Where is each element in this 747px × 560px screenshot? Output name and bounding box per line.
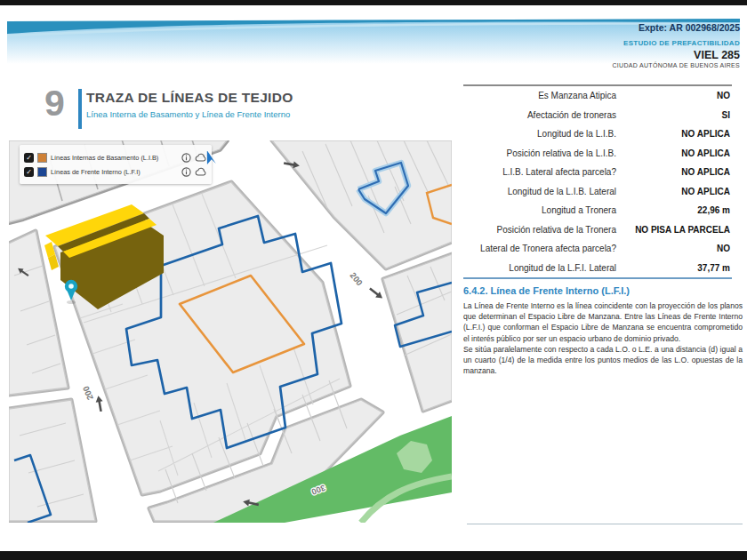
row-value: NO PISA LA PARCELA (616, 225, 732, 235)
map-cursor-icon (204, 151, 218, 171)
table-row: Es Manzana Atipica NO (463, 86, 732, 106)
page-title: TRAZA DE LÍNEAS DE TEJIDO (86, 90, 293, 106)
row-label: Longitud de la L.I.B. Lateral (463, 187, 616, 196)
row-label: Es Manzana Atipica (463, 91, 616, 100)
table-row: L.I.B. Lateral afecta parcela? NO APLICA (463, 163, 732, 182)
row-label: L.I.B. Lateral afecta parcela? (463, 167, 616, 177)
top-letterbox-bar (0, 0, 747, 5)
title-divider-bar (78, 89, 82, 129)
row-label: Longitud de la L.I.B. (463, 129, 616, 139)
legend-item-lib: ✓ Líneas Internas de Basamento (L.I.B) (24, 150, 207, 164)
report-page: Expte: AR 002968/2025 ESTUDIO DE PREFACT… (0, 0, 747, 560)
table-row: Longitud a Tronera 22,96 m (463, 201, 732, 220)
row-label: Longitud de la L.F.I. Lateral (463, 263, 616, 273)
project-name: VIEL 285 (694, 49, 740, 61)
legend-label-lib: Líneas Internas de Basamento (L.I.B) (51, 154, 178, 162)
info-icon[interactable] (181, 167, 191, 177)
street-label-200-right: 200 (349, 270, 365, 287)
row-label: Longitud a Tronera (463, 205, 616, 215)
footer-rule (467, 524, 743, 524)
row-value: NO (616, 244, 732, 253)
row-value: 22,96 m (616, 205, 732, 215)
map-canvas: 200 200 300 (9, 140, 452, 523)
subsection-paragraph-2: Se sitúa paralelamente con respecto a ca… (463, 344, 743, 377)
section-number: 9 (44, 85, 65, 122)
row-value: NO APLICA (616, 129, 732, 139)
row-value: NO APLICA (616, 167, 732, 177)
expediente-number: Expte: AR 002968/2025 (639, 22, 740, 33)
parameters-table: Es Manzana Atipica NO Afectación de tron… (463, 84, 732, 279)
row-value: NO (616, 91, 732, 100)
lib-color-swatch (37, 153, 47, 163)
table-row: Longitud de la L.F.I. Lateral 37,77 m (463, 259, 732, 278)
table-row: Posición relativa de la Tronera NO PISA … (463, 220, 732, 240)
row-label: Posición relativa de la L.I.B. (463, 148, 616, 158)
bottom-letterbox-bar (0, 551, 747, 560)
legend-label-lfi: Líneas de Frente Interno (L.F.I) (51, 168, 178, 176)
table-row: Lateral de Tronera afecta parcela? NO (463, 239, 732, 259)
subsection-heading: 6.4.2. Línea de Frente Interno (L.F.I.) (463, 285, 744, 296)
row-label: Afectación de troneras (463, 110, 616, 120)
page-subtitle: Línea Interna de Basamento y Línea de Fr… (86, 109, 290, 119)
parameters-panel: Es Manzana Atipica NO Afectación de tron… (463, 84, 744, 376)
lfi-color-swatch (37, 167, 47, 177)
row-value: NO APLICA (616, 187, 732, 196)
map-legend: ✓ Líneas Internas de Basamento (L.I.B) ✓… (20, 145, 212, 184)
study-type-label: ESTUDIO DE PREFACTIBILIDAD (623, 39, 740, 47)
lfi-checkbox-checked-icon[interactable]: ✓ (24, 167, 34, 177)
row-label: Lateral de Tronera afecta parcela? (463, 244, 616, 253)
legend-item-lfi: ✓ Líneas de Frente Interno (L.F.I) (24, 164, 207, 179)
map-viewport[interactable]: 200 200 300 ✓ Líneas Internas de Basamen… (9, 140, 452, 523)
city-label: CIUDAD AUTÓNOMA DE BUENOS AIRES (613, 62, 741, 68)
info-icon[interactable] (181, 153, 191, 163)
table-row: Posición relativa de la L.I.B. NO APLICA (463, 144, 732, 164)
table-row: Longitud de la L.I.B. NO APLICA (463, 124, 732, 144)
row-value: NO APLICA (616, 148, 732, 158)
row-label: Posición relativa de la Tronera (463, 225, 616, 235)
table-row: Longitud de la L.I.B. Lateral NO APLICA (463, 182, 732, 202)
lib-checkbox-checked-icon[interactable]: ✓ (24, 153, 34, 163)
subsection-paragraph-1: La Línea de Frente Interno es la línea c… (463, 300, 743, 344)
row-value: SI (616, 110, 732, 120)
row-value: 37,77 m (616, 263, 732, 273)
street-label-200-left: 200 (81, 385, 95, 402)
table-row: Afectación de troneras SI (463, 106, 732, 125)
